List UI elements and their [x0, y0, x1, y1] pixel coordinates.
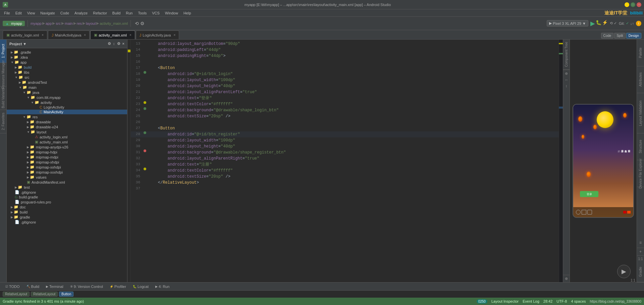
device-selector[interactable]: ▶ Pixel 3 XL API 29 ▼	[547, 20, 588, 26]
code-view-btn[interactable]: Code	[601, 33, 614, 39]
project-name-btn[interactable]: ▲ myapp	[3, 21, 25, 26]
component-tree-icon-bottom[interactable]: ⊕	[565, 277, 568, 281]
tree-item-drawable-v24[interactable]: ▶ 📁 drawable-v24	[7, 124, 127, 129]
tab-run[interactable]: ▶ 4: Run	[153, 284, 172, 289]
breadcrumb-layout[interactable]: layout	[86, 21, 96, 25]
status-counter-badge[interactable]: 0250	[477, 299, 487, 304]
close-button[interactable]: ×	[637, 2, 641, 7]
maximize-button[interactable]: □	[631, 2, 635, 7]
tree-item-gradle-root[interactable]: ▶ 📁 .gradle	[7, 50, 127, 55]
breadcrumb-file[interactable]: activity_main.xml	[100, 21, 128, 25]
profile-icon[interactable]: ⚡	[602, 20, 608, 27]
tree-item-mipmap-xxxhdpi[interactable]: ▶ 📁 mipmap-xxxhdpi	[7, 170, 127, 175]
debug-icon[interactable]: 🐛	[596, 20, 601, 27]
tab-build-variants[interactable]: Build Variants	[0, 86, 6, 110]
tab-terminal[interactable]: ▶ Terminal	[43, 284, 66, 289]
menu-analyze[interactable]: Analyze	[72, 10, 90, 16]
tree-item-drawable[interactable]: ▶ 📁 drawable	[7, 119, 127, 124]
tree-item-build-root[interactable]: ▶ 📁 build	[7, 209, 127, 215]
tab-close-2[interactable]: ×	[84, 33, 86, 37]
project-icon-close[interactable]: ×	[122, 42, 124, 46]
tree-item-mipmap-xxhdpi[interactable]: ▶ 📁 mipmap-xxhdpi	[7, 165, 127, 170]
tree-item-gitignore-root[interactable]: 📄 .gitignore	[7, 220, 127, 225]
breadcrumb-myapp[interactable]: myapp	[31, 21, 42, 25]
tree-item-src[interactable]: ▼ 📁 src	[7, 75, 127, 80]
tab-login-activity-java[interactable]: J LoginActivity.java ×	[136, 30, 179, 39]
menu-code[interactable]: Code	[58, 10, 72, 16]
menu-build[interactable]: Build	[110, 10, 123, 16]
tab-todo[interactable]: ☑ TODO	[3, 284, 22, 289]
tree-item-mipmap-mdpi[interactable]: ▶ 📁 mipmap-mdpi	[7, 155, 127, 160]
status-indent[interactable]: 4 spaces	[571, 299, 586, 303]
tab-profiler[interactable]: ⚡ Profiler	[107, 284, 129, 289]
tree-item-build-gradle[interactable]: G build.gradle	[7, 195, 127, 199]
tab-favorites[interactable]: 2: Favorites	[0, 110, 6, 133]
tree-item-activity-main-xml[interactable]: ▣ activity_main.xml	[7, 139, 127, 144]
menu-file[interactable]: File	[1, 10, 13, 16]
tree-item-doc[interactable]: ▶ 📁 doc	[7, 204, 127, 209]
tab-structure[interactable]: Structure	[637, 133, 644, 160]
tree-item-mainactivity[interactable]: C MainActivity	[7, 110, 127, 114]
status-event-log[interactable]: Event Log	[523, 299, 539, 303]
tab-main-activity-java[interactable]: J MainActivityjava ×	[48, 30, 90, 39]
toolbar-icon-sync[interactable]: ⟲	[135, 21, 139, 26]
tree-item-package[interactable]: ▼ 📁 com.ttit.myapp	[7, 95, 127, 100]
tree-item-layout[interactable]: ▼ 📁 layout	[7, 129, 127, 134]
menu-help[interactable]: Help	[181, 10, 194, 16]
right-panel-collapse-icon[interactable]: ≡	[639, 240, 642, 245]
tree-item-app[interactable]: ▼ 📁 app	[7, 60, 127, 65]
tree-item-mipmap-hdpi[interactable]: ▶ 📁 mipmap-hdpi	[7, 149, 127, 155]
project-icon-gear[interactable]: ⚙	[117, 42, 120, 46]
run-icon[interactable]: ▶	[590, 20, 595, 27]
tree-item-java[interactable]: ▼ 📁 java	[7, 90, 127, 95]
tree-item-gitignore-app[interactable]: 📄 .gitignore	[7, 190, 127, 195]
tree-item-activity-login-xml[interactable]: ⚠ activity_login.xml	[7, 134, 127, 139]
tab-close-1[interactable]: ×	[42, 33, 44, 37]
tab-activity-login-xml[interactable]: ▣ activity_login.xml ×	[3, 30, 47, 39]
code-editor[interactable]: 13 android:layout_marginBottom="90dp" 14…	[131, 40, 559, 282]
tab-close-3[interactable]: ×	[129, 33, 131, 37]
tab-logcat[interactable]: 🐛 Logcat	[130, 284, 151, 289]
minimize-button[interactable]: −	[625, 2, 629, 7]
breadcrumb-src[interactable]: src	[56, 21, 61, 25]
status-encoding[interactable]: UTF-8	[556, 299, 567, 303]
menu-vcs[interactable]: VCS	[149, 10, 162, 16]
menu-refactor[interactable]: Refactor	[90, 10, 110, 16]
component-tree-label[interactable]: Component Tree	[563, 40, 570, 70]
tree-item-libs[interactable]: ▶ 📁 libs	[7, 70, 127, 75]
tab-build[interactable]: 🔨 Build	[24, 284, 42, 289]
tree-item-build[interactable]: ▶ 📁 build	[7, 65, 127, 70]
tab-resource-manager[interactable]: Resource Manager	[0, 63, 6, 86]
breadcrumb-res[interactable]: res	[77, 21, 82, 25]
tree-item-gradle-root-folder[interactable]: ▶ 📁 gradle	[7, 215, 127, 220]
menu-edit[interactable]: Edit	[13, 10, 24, 16]
status-inspector[interactable]: Layout Inspector	[491, 299, 519, 303]
breadcrumb-relative-layout-2[interactable]: RelativeLayout	[31, 292, 58, 297]
toolbar-icon-build[interactable]: ⚙	[140, 21, 145, 26]
right-gutter-zoom[interactable]: 1:1	[638, 257, 643, 261]
tab-device-file-explorer[interactable]: Device File Explorer	[637, 160, 644, 187]
project-icon-settings[interactable]: ⚙	[108, 42, 111, 46]
tab-layout-validation[interactable]: Layout Validation	[637, 93, 644, 133]
component-tree-icon-1[interactable]: ⊕	[565, 71, 568, 76]
menu-window[interactable]: Window	[162, 10, 181, 16]
tree-item-res[interactable]: ▼ 📁 res	[7, 114, 127, 119]
tab-activity-main-xml[interactable]: ▣ activity_main.xml ×	[90, 30, 135, 39]
menu-view[interactable]: View	[24, 10, 38, 16]
menu-tools[interactable]: Tools	[135, 10, 149, 16]
tree-item-proguard[interactable]: 📄 proguard-rules.pro	[7, 199, 127, 204]
tree-item-androidmanifest[interactable]: ▣ AndroidManifest.xml	[7, 180, 127, 185]
tab-gradle[interactable]: Gradle	[637, 262, 644, 282]
menu-navigate[interactable]: Navigate	[38, 10, 57, 16]
tree-item-mipmap-anydpi[interactable]: ▶ 📁 mipmap-anydpi-v26	[7, 144, 127, 149]
play-fab-button[interactable]: ▶	[617, 265, 631, 278]
tab-close-4[interactable]: ×	[173, 33, 175, 37]
design-view-btn[interactable]: Design	[626, 33, 641, 39]
tab-version-control[interactable]: ⑨ 9: Version Control	[67, 284, 106, 289]
tab-palette[interactable]: Palette	[637, 40, 644, 66]
component-tree-icon-2[interactable]: ↔	[565, 78, 568, 82]
breadcrumb-main[interactable]: main	[65, 21, 73, 25]
tree-item-mipmap-xhdpi[interactable]: ▶ 📁 mipmap-xhdpi	[7, 160, 127, 165]
tree-item-idea[interactable]: ▶ 📁 .idea	[7, 55, 127, 60]
breadcrumb-button[interactable]: Button	[59, 292, 73, 297]
